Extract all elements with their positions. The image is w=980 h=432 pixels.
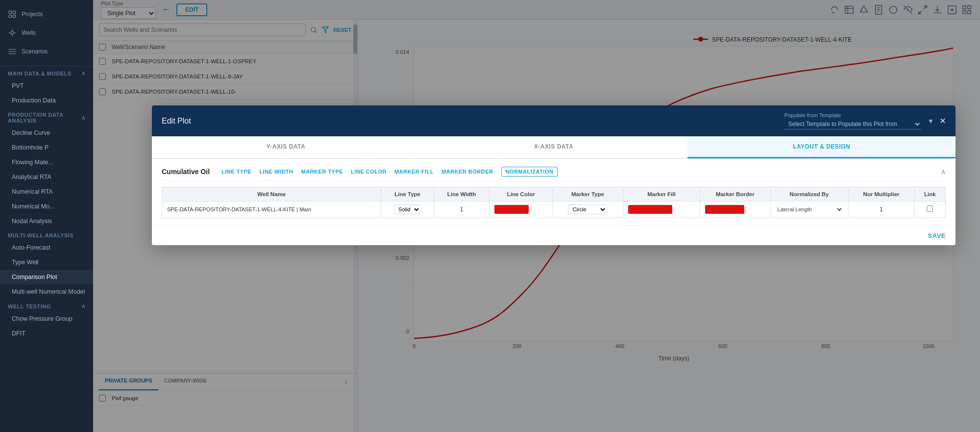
row-well-name: SPE-DATA-REPOSITORY-DATASET-1-WELL-4-KIT…	[162, 202, 381, 218]
modal-close-button[interactable]: ×	[940, 115, 946, 127]
sidebar-item-wells[interactable]: Wells	[0, 24, 93, 42]
populate-template-label: Populate from Template	[784, 112, 921, 118]
sidebar-item-nodal[interactable]: Nodal Analysis	[0, 214, 93, 229]
tab-y-axis[interactable]: Y-AXIS DATA	[152, 136, 420, 158]
subtab-normalization[interactable]: NORMALIZATION	[501, 167, 558, 177]
tab-layout-design[interactable]: LAYOUT & DESIGN	[687, 136, 956, 158]
col-header-well-name: Well Name	[162, 187, 381, 202]
modal-title: Edit Plot	[162, 117, 191, 126]
col-header-link: Link	[914, 187, 945, 202]
edit-plot-modal: Edit Plot Populate from Template Select …	[152, 105, 956, 245]
subtab-marker-fill[interactable]: MARKER FILL	[394, 169, 434, 175]
sidebar-item-type-well[interactable]: Type Well	[0, 255, 93, 270]
save-button[interactable]: SAVE	[928, 232, 946, 239]
modal-tabs: Y-AXIS DATA X-AXIS DATA LAYOUT & DESIGN	[152, 136, 956, 159]
section-multi-well: Multi-Well Analysis	[0, 229, 93, 240]
col-header-line-color: Line Color	[490, 187, 553, 202]
sidebar-item-comparison-plot[interactable]: Comparison Plot	[0, 270, 93, 284]
row-line-color[interactable]	[490, 202, 553, 218]
template-select[interactable]: Select Template to Populate this Plot fr…	[784, 119, 921, 129]
sidebar-item-numerical-mo[interactable]: Numerical Mo...	[0, 199, 93, 214]
sidebar-item-production-data[interactable]: Production Data	[0, 93, 93, 108]
link-checkbox[interactable]	[927, 205, 933, 212]
marker-fill-swatch[interactable]	[628, 205, 672, 214]
row-marker-fill[interactable]	[623, 202, 700, 218]
sidebar-item-scenarios[interactable]: Scenarios	[0, 42, 93, 61]
svg-point-4	[11, 31, 14, 34]
section-main-data: Main Data & Models ∧	[0, 66, 93, 78]
subtab-marker-type[interactable]: MARKER TYPE	[301, 169, 343, 175]
marker-type-select[interactable]: Circle	[568, 204, 607, 214]
sidebar-item-analytical-rta[interactable]: Analytical RTA	[0, 170, 93, 184]
row-marker-border[interactable]	[700, 202, 770, 218]
marker-border-swatch[interactable]	[705, 205, 744, 214]
row-normalized-by: Lateral Length	[770, 202, 848, 218]
col-header-nor-multiplier: Nor Multiplier	[848, 187, 914, 202]
svg-rect-1	[13, 11, 16, 13]
sidebar: Projects Wells Scenarios Main Data & Mod…	[0, 0, 93, 432]
sidebar-item-pvt[interactable]: PVT	[0, 78, 93, 93]
sidebar-item-flowing[interactable]: Flowing Mate...	[0, 155, 93, 170]
sidebar-item-bottomhole[interactable]: Bottomhole P	[0, 140, 93, 155]
main-area: Plot Type Single Plot ← EDIT RESET	[93, 0, 980, 432]
tab-x-axis[interactable]: X-AXIS DATA	[420, 136, 688, 158]
section-well-testing: Well Testing ∧	[0, 299, 93, 311]
section-header: Cumulative Oil LINE TYPE LINE WIDTH MARK…	[162, 167, 946, 181]
normalized-by-select[interactable]: Lateral Length	[776, 206, 843, 213]
section-title: Cumulative Oil	[162, 168, 210, 176]
modal-footer: SAVE	[152, 226, 956, 245]
row-link[interactable]	[914, 202, 945, 218]
section-collapse-icon[interactable]: ∧	[941, 168, 946, 176]
subtab-line-color[interactable]: LINE COLOR	[351, 169, 387, 175]
col-header-marker-type: Marker Type	[553, 187, 623, 202]
chevron-down-icon: ▼	[927, 117, 934, 125]
row-marker-type: Circle	[553, 202, 623, 218]
col-header-line-width: Line Width	[434, 187, 490, 202]
data-table: Well Name Line Type Line Width Line Colo…	[162, 187, 946, 218]
row-line-width: 1	[434, 202, 490, 218]
modal-header-right: Populate from Template Select Template t…	[784, 112, 946, 129]
sidebar-item-decline-curve[interactable]: Decline Curve	[0, 126, 93, 140]
sidebar-item-dfit[interactable]: DFIT	[0, 326, 93, 341]
col-header-marker-fill: Marker Fill	[623, 187, 700, 202]
sidebar-item-multi-numerical[interactable]: Multi-well Numerical Model	[0, 284, 93, 299]
row-line-type: Solid	[381, 202, 434, 218]
sidebar-item-chow[interactable]: Chow Pressure Group	[0, 311, 93, 326]
sidebar-item-projects[interactable]: Projects	[0, 5, 93, 24]
subtab-line-width[interactable]: LINE WIDTH	[259, 169, 293, 175]
svg-rect-2	[9, 15, 11, 18]
sidebar-item-auto-forecast[interactable]: Auto-Forecast	[0, 240, 93, 255]
sidebar-label-projects: Projects	[22, 11, 43, 18]
sidebar-label-wells: Wells	[22, 29, 36, 36]
modal-body: Cumulative Oil LINE TYPE LINE WIDTH MARK…	[152, 159, 956, 226]
line-color-swatch[interactable]	[494, 205, 529, 214]
svg-rect-3	[13, 15, 16, 18]
modal-header: Edit Plot Populate from Template Select …	[152, 105, 956, 136]
row-nor-multiplier: 1	[848, 202, 914, 218]
sidebar-item-numerical-rta[interactable]: Numerical RTA	[0, 184, 93, 199]
col-header-marker-border: Marker Border	[700, 187, 770, 202]
subtab-marker-border[interactable]: MARKER BORDER	[441, 169, 493, 175]
line-type-select[interactable]: Solid	[394, 204, 421, 214]
subtab-line-type[interactable]: LINE TYPE	[221, 169, 251, 175]
col-header-normalized-by: Normalized By	[770, 187, 848, 202]
table-row-1: SPE-DATA-REPOSITORY-DATASET-1-WELL-4-KIT…	[162, 202, 946, 218]
section-production-analysis: Production Data Analysis ∧	[0, 108, 93, 126]
svg-rect-0	[9, 11, 11, 13]
sidebar-label-scenarios: Scenarios	[22, 48, 48, 55]
col-header-line-type: Line Type	[381, 187, 434, 202]
